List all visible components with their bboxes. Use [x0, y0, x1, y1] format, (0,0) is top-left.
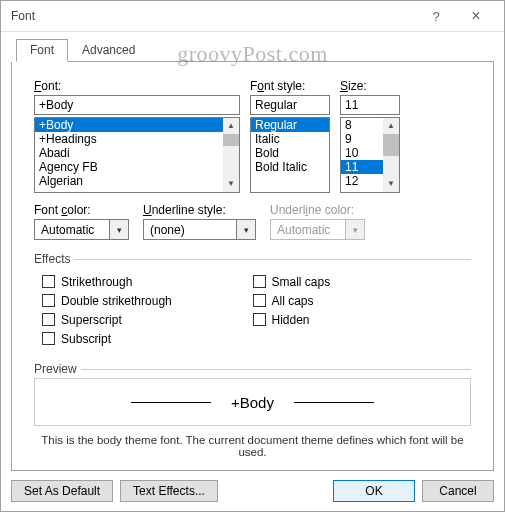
font-input[interactable] — [34, 95, 240, 115]
tab-strip: Font Advanced — [16, 39, 494, 62]
hidden-checkbox[interactable]: Hidden — [253, 310, 464, 329]
underline-color-combo: Automatic ▾ — [270, 219, 365, 240]
list-item[interactable]: 8 — [341, 118, 383, 132]
list-item[interactable]: Algerian — [35, 174, 223, 188]
font-color-value: Automatic — [34, 219, 110, 240]
scroll-up-icon[interactable]: ▲ — [223, 118, 239, 134]
size-label: Size: — [340, 79, 400, 93]
chevron-down-icon[interactable]: ▾ — [110, 219, 129, 240]
dialog-title: Font — [11, 9, 416, 23]
scroll-thumb[interactable] — [383, 134, 399, 156]
preview-sample: +Body — [231, 394, 274, 411]
titlebar: Font ? × — [1, 1, 504, 32]
font-style-label: Font style: — [250, 79, 330, 93]
strikethrough-checkbox[interactable]: Strikethrough — [42, 272, 253, 291]
effects-title: Effects — [34, 252, 471, 266]
underline-style-combo[interactable]: (none) ▾ — [143, 219, 256, 240]
tab-font[interactable]: Font — [16, 39, 68, 62]
font-list[interactable]: +Body +Headings Abadi Agency FB Algerian… — [34, 117, 240, 193]
tab-panel: Font: +Body +Headings Abadi Agency FB Al… — [11, 62, 494, 471]
list-item[interactable]: +Body — [35, 118, 223, 132]
preview-line — [131, 402, 211, 403]
scroll-down-icon[interactable]: ▼ — [383, 176, 399, 192]
list-item[interactable]: Italic — [251, 132, 329, 146]
scroll-thumb[interactable] — [223, 134, 239, 146]
list-item[interactable]: 11 — [341, 160, 383, 174]
list-item[interactable]: Bold Italic — [251, 160, 329, 174]
font-style-list[interactable]: Regular Italic Bold Bold Italic — [250, 117, 330, 193]
preview-hint: This is the body theme font. The current… — [34, 434, 471, 458]
all-caps-checkbox[interactable]: All caps — [253, 291, 464, 310]
small-caps-checkbox[interactable]: Small caps — [253, 272, 464, 291]
help-icon[interactable]: ? — [416, 9, 456, 24]
underline-color-label: Underline color: — [270, 203, 365, 217]
set-as-default-button[interactable]: Set As Default — [11, 480, 113, 502]
double-strikethrough-checkbox[interactable]: Double strikethrough — [42, 291, 253, 310]
chevron-down-icon: ▾ — [346, 219, 365, 240]
font-color-label: Font color: — [34, 203, 129, 217]
size-input[interactable] — [340, 95, 400, 115]
font-label: Font: — [34, 79, 240, 93]
underline-style-label: Underline style: — [143, 203, 256, 217]
size-list[interactable]: 8 9 10 11 12 ▲ ▼ — [340, 117, 400, 193]
dialog-footer: Set As Default Text Effects... OK Cancel — [11, 480, 494, 502]
ok-button[interactable]: OK — [333, 480, 415, 502]
tab-advanced[interactable]: Advanced — [68, 39, 149, 61]
font-color-combo[interactable]: Automatic ▾ — [34, 219, 129, 240]
list-item[interactable]: 10 — [341, 146, 383, 160]
text-effects-button[interactable]: Text Effects... — [120, 480, 218, 502]
scroll-down-icon[interactable]: ▼ — [223, 176, 239, 192]
underline-style-value: (none) — [143, 219, 237, 240]
list-item[interactable]: 9 — [341, 132, 383, 146]
preview-line — [294, 402, 374, 403]
scrollbar[interactable]: ▲ ▼ — [383, 118, 399, 192]
font-dialog: Font ? × groovyPost.com Font Advanced Fo… — [0, 0, 505, 512]
list-item[interactable]: 12 — [341, 174, 383, 188]
scroll-up-icon[interactable]: ▲ — [383, 118, 399, 134]
list-item[interactable]: Agency FB — [35, 160, 223, 174]
underline-color-value: Automatic — [270, 219, 346, 240]
scrollbar[interactable]: ▲ ▼ — [223, 118, 239, 192]
list-item[interactable]: Regular — [251, 118, 329, 132]
font-style-input[interactable] — [250, 95, 330, 115]
close-icon[interactable]: × — [456, 7, 496, 25]
list-item[interactable]: Abadi — [35, 146, 223, 160]
subscript-checkbox[interactable]: Subscript — [42, 329, 253, 348]
chevron-down-icon[interactable]: ▾ — [237, 219, 256, 240]
preview-title: Preview — [34, 362, 471, 376]
preview-box: +Body — [34, 378, 471, 426]
list-item[interactable]: +Headings — [35, 132, 223, 146]
list-item[interactable]: Bold — [251, 146, 329, 160]
cancel-button[interactable]: Cancel — [422, 480, 494, 502]
superscript-checkbox[interactable]: Superscript — [42, 310, 253, 329]
